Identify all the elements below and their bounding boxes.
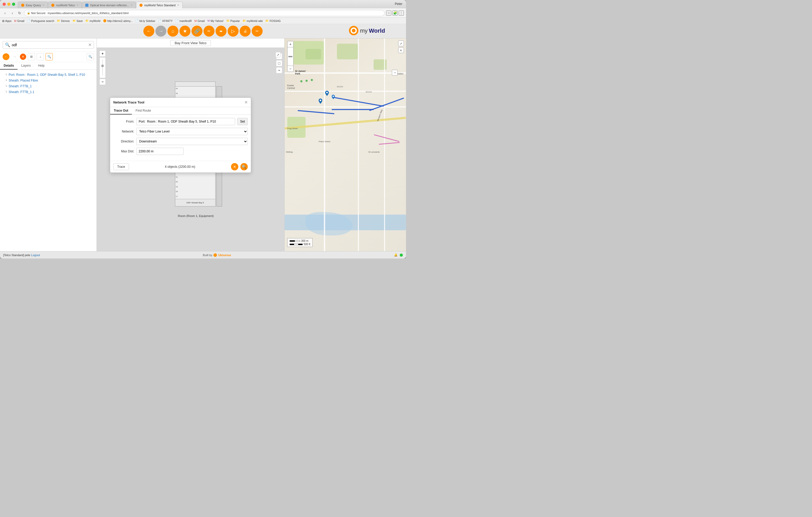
from-input[interactable]: Port: Room : Room 1, ODF Sheath Bay 5, S… — [136, 118, 235, 125]
map-pan-right-button[interactable]: → — [392, 70, 398, 75]
clear-trace-button[interactable]: ✕ — [231, 163, 238, 171]
from-row: From: Port: Room : Room 1, ODF Sheath Ba… — [113, 118, 248, 125]
panel-back-button[interactable]: ← — [3, 53, 9, 60]
modal-tab-trace-out[interactable]: Trace Out — [110, 107, 132, 115]
bookmark-nav-button[interactable]: ☆ — [386, 10, 392, 16]
modal-tab-find-route[interactable]: Find Route — [132, 107, 154, 115]
set-button[interactable]: Set — [237, 118, 248, 125]
extensions-button[interactable]: 🧩 — [393, 10, 398, 16]
direction-row: Direction: Downstream Upstream Both — [113, 138, 248, 145]
diagram-zoom-in-button[interactable]: + — [99, 51, 106, 57]
protocol-label: Not Secure — [31, 11, 46, 14]
close-results-button[interactable]: ✕ — [20, 54, 26, 60]
forward-app-button[interactable]: → — [155, 26, 166, 37]
list-item[interactable]: └ Sheath: FTTB_1 — [0, 83, 96, 89]
bookmark-manifestr[interactable]: 📄 manifestR — [175, 19, 192, 23]
bookmark-save[interactable]: 📁 Save — [72, 19, 83, 23]
search-icon: 🔍 — [5, 42, 10, 47]
bookmark-portuguese-search[interactable]: 📄 Portuguese search — [27, 19, 54, 23]
tab-help[interactable]: Help — [34, 62, 48, 69]
minimize-button[interactable] — [7, 3, 10, 6]
grid-view-button[interactable]: ⊞ — [28, 53, 35, 60]
expand-button[interactable]: ⤢ — [276, 52, 281, 57]
close-button[interactable] — [3, 3, 6, 6]
forward-button[interactable]: › — [9, 10, 15, 16]
bookmark-wiki[interactable]: 📁 myWorld wiki — [242, 19, 263, 23]
back-button[interactable]: ‹ — [2, 10, 8, 16]
search-clear-button[interactable]: ✕ — [88, 42, 92, 47]
list-item[interactable]: └ Sheath: FTTB_1.1 — [0, 89, 96, 95]
address-text: myworldeu.ubisense.net/myworld_telco_43/… — [48, 11, 128, 14]
tab-myworld-standard[interactable]: myWorld Telco Standard ✕ — [136, 2, 182, 8]
locate-app-button[interactable]: ▷ — [228, 26, 239, 37]
gmail2-icon: M — [194, 19, 197, 23]
back-app-button[interactable]: ← — [143, 26, 154, 37]
list-item[interactable]: └ Sheath: Placed Fibre — [0, 78, 96, 83]
network-select[interactable]: Telco Fiber Low Level Telco Fiber High L… — [136, 128, 248, 135]
manifestr-icon: 📄 — [175, 19, 179, 23]
tab-otdr[interactable]: Optical time-domain reflector... ✕ — [82, 2, 136, 8]
direction-label: Direction: — [113, 140, 134, 143]
zoom-trace-button[interactable]: 🔍 — [240, 163, 248, 171]
titlebar: Easy Query ✕ myWorld Telco ✕ Optical tim… — [0, 0, 406, 8]
myworld-logo: my World — [348, 25, 401, 37]
home-app-button[interactable]: ⌂ — [167, 26, 178, 37]
extra-search-button[interactable]: 🔍 — [87, 53, 94, 60]
edit-app-button[interactable]: ✏ — [204, 26, 214, 37]
more-button[interactable]: ⋮ — [399, 10, 404, 16]
modal-close-button[interactable]: ✕ — [244, 100, 248, 105]
tab-details[interactable]: Details — [0, 62, 18, 69]
tab-easy-query-close[interactable]: ✕ — [42, 4, 45, 6]
zoom-to-button[interactable]: 🔍 — [46, 53, 53, 60]
bookmark-gmail2[interactable]: M Gmail — [194, 19, 205, 23]
panel-toolbar: ← → ✕ ⊞ ↓ 🔍 🔍 — [0, 52, 96, 62]
map-layers-button[interactable]: ≡ — [398, 47, 404, 53]
bookmark-popular-label: Popular — [230, 19, 240, 23]
bookmark-demo2[interactable]: 🟠 http://demo2.ubimy... — [103, 19, 133, 23]
zoom-slider[interactable] — [99, 57, 106, 78]
tab-easy-query[interactable]: Easy Query ✕ — [18, 2, 48, 8]
diagram-zoom-out-button[interactable]: − — [99, 79, 106, 85]
map-background[interactable]: St James'Park ExeterCentral B3183 B3183 … — [285, 38, 406, 251]
map-expand-button[interactable]: ⤢ — [398, 40, 404, 46]
bookmark-gmail2-label: Gmail — [198, 19, 205, 23]
svg-text:World: World — [369, 27, 385, 34]
search-input[interactable]: odf — [12, 43, 88, 47]
tab-otdr-close[interactable]: ✕ — [130, 4, 133, 6]
map-zoom-in-button[interactable]: + — [287, 41, 293, 47]
maxdist-input[interactable]: 2200.00 m — [136, 148, 184, 155]
search-box[interactable]: 🔍 odf ✕ — [3, 41, 94, 49]
bookmark-demos[interactable]: 📁 Demos — [57, 19, 69, 23]
star-app-button[interactable]: ★ — [179, 26, 191, 37]
bookmark-xfinity[interactable]: 📄 XFINITY — [158, 19, 173, 23]
tab-myworld-telco[interactable]: myWorld Telco ✕ — [48, 2, 82, 8]
bookmark-popular[interactable]: 📁 Popular — [226, 19, 240, 23]
link-app-button[interactable]: 🔗 — [192, 26, 202, 37]
bookmark-apps[interactable]: ⊞ Apps — [2, 19, 11, 23]
zoom-fit-button[interactable]: □ — [276, 60, 282, 66]
tab-myworld-standard-close[interactable]: ✕ — [177, 4, 179, 6]
print-app-button[interactable]: 🖨 — [240, 26, 251, 37]
bookmark-yahoo[interactable]: Y! My Yahoo! — [207, 19, 224, 23]
logout-link[interactable]: Logout — [31, 253, 40, 257]
panel-forward-button[interactable]: → — [11, 53, 18, 60]
trace-button[interactable]: Trace — [113, 163, 129, 170]
bookmark-myworld[interactable]: 📁 myWorld — [85, 19, 100, 23]
address-bar[interactable]: 🔒 Not Secure myworldeu.ubisense.net/mywo… — [24, 10, 384, 16]
map-zoom-out-button[interactable]: − — [287, 66, 293, 72]
tree-item-label-0: Port: Room : Room 1, ODF Sheath Bay 5, S… — [9, 73, 85, 77]
share-app-button[interactable]: ✂ — [252, 26, 263, 37]
measure-app-button[interactable]: ⬌ — [215, 26, 227, 37]
list-item[interactable]: └ Port: Room : Room 1, ODF Sheath Bay 5,… — [0, 72, 96, 78]
zoom-out-right-button[interactable]: − — [276, 67, 282, 73]
tab-layers[interactable]: Layers — [18, 62, 34, 69]
direction-select[interactable]: Downstream Upstream Both — [136, 138, 248, 145]
maximize-button[interactable] — [12, 3, 15, 6]
download-button[interactable]: ↓ — [37, 53, 44, 60]
bookmark-foss4g[interactable]: 📁 FOSS4G — [265, 19, 281, 23]
tab-myworld-telco-close[interactable]: ✕ — [77, 4, 79, 6]
refresh-button[interactable]: ↻ — [17, 10, 23, 16]
bookmark-gmail[interactable]: M Gmail — [14, 19, 24, 23]
map-zoom-slider[interactable] — [287, 47, 293, 66]
bookmark-bitly[interactable]: 📄 bit.ly Sidebar — [135, 19, 155, 23]
